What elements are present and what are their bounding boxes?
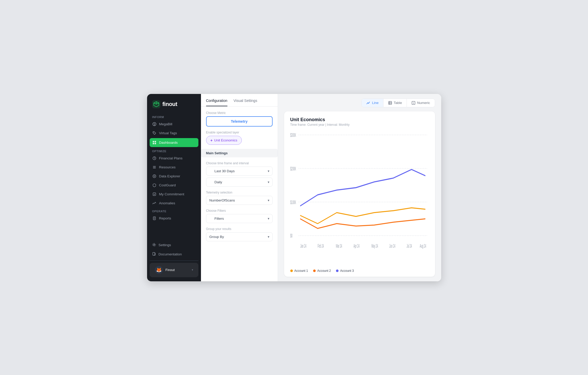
layer-button[interactable]: + Unit Economics xyxy=(206,136,242,145)
sidebar-item-resources[interactable]: Resources xyxy=(147,163,201,172)
avatar: 🦊 xyxy=(155,266,163,274)
tab-visual-settings[interactable]: Visual Settings xyxy=(234,99,257,106)
section-operate-label: Operate xyxy=(147,208,201,214)
sidebar: finout Inform $ MegaBill Virtual Tags Da… xyxy=(147,94,201,281)
settings-icon xyxy=(152,243,156,247)
svg-rect-17 xyxy=(153,252,155,255)
svg-point-13 xyxy=(154,176,155,177)
svg-rect-14 xyxy=(153,193,156,196)
clock-icon xyxy=(152,156,157,160)
sidebar-item-data-explorer[interactable]: Data Explorer xyxy=(147,172,201,181)
svg-rect-20 xyxy=(389,101,392,104)
filters-label: Choose Filters xyxy=(206,209,273,213)
view-btn-table[interactable]: Table xyxy=(383,99,407,107)
book-icon xyxy=(152,252,156,257)
sidebar-bottom: Settings Documentation 🦊 Finout ▾ xyxy=(147,241,201,281)
sidebar-item-label: Dashboards xyxy=(159,141,178,145)
legend-item-account2: Account 2 xyxy=(313,269,331,273)
svg-rect-9 xyxy=(153,166,156,167)
plus-icon: + xyxy=(210,138,213,142)
user-menu[interactable]: 🦊 Finout ▾ xyxy=(150,263,198,277)
sidebar-item-docs[interactable]: Documentation xyxy=(147,250,201,259)
sidebar-item-label: Resources xyxy=(159,165,176,169)
svg-point-16 xyxy=(153,244,155,245)
section-inform-label: Inform xyxy=(147,113,201,120)
app-container: finout Inform $ MegaBill Virtual Tags Da… xyxy=(147,94,441,281)
svg-text:Mar 24: Mar 24 xyxy=(336,243,342,248)
sidebar-item-megabill[interactable]: $ MegaBill xyxy=(147,120,201,129)
svg-rect-5 xyxy=(155,141,156,142)
timeframe-select[interactable]: Last 30 Days xyxy=(206,167,273,176)
choose-metric-section: Choose Metric Telemetry xyxy=(206,111,273,127)
legend-dot-account2 xyxy=(313,270,316,272)
sidebar-item-virtual-tags[interactable]: Virtual Tags xyxy=(147,129,201,138)
sidebar-item-my-commitment[interactable]: My Commitment xyxy=(147,190,201,199)
sidebar-item-settings[interactable]: Settings xyxy=(147,241,201,250)
svg-point-12 xyxy=(153,175,156,178)
sidebar-item-label: Reports xyxy=(159,216,171,220)
chart-area: $300K $200K $100K $0 Jan 24 Feb 24 xyxy=(290,130,429,264)
chart-subtitle: Time frame: Current year | Interval: Mon… xyxy=(290,123,429,127)
sidebar-item-label: CostGuard xyxy=(159,183,176,187)
sidebar-item-reports[interactable]: Reports xyxy=(147,214,201,223)
svg-text:Apr 24: Apr 24 xyxy=(353,243,359,248)
telemetry-select[interactable]: NumberOfScans xyxy=(206,196,273,205)
sidebar-item-financial-plans[interactable]: Financial Plans xyxy=(147,154,201,163)
commitment-icon xyxy=(152,192,157,196)
svg-text:$300K: $300K xyxy=(290,132,296,138)
chart-card: Unit Economics Time frame: Current year … xyxy=(284,111,435,277)
timeframe-section: Choose time frame and interval Last 30 D… xyxy=(206,161,273,187)
tab-configuration[interactable]: Configuration xyxy=(206,99,227,106)
svg-text:May 24: May 24 xyxy=(371,243,378,248)
shield-icon xyxy=(152,183,157,187)
timeframe-label: Choose time frame and interval xyxy=(206,161,273,165)
sidebar-item-dashboards[interactable]: Dashboards xyxy=(150,138,198,147)
svg-text:1: 1 xyxy=(413,102,414,104)
svg-text:$: $ xyxy=(153,123,155,126)
panel-layout: Configuration Visual Settings Choose Met… xyxy=(201,94,441,281)
filters-select-wrapper: Filters ▾ xyxy=(206,214,273,223)
layer-label: Enable specialized layer xyxy=(206,131,273,134)
group-by-section: Group your results Group By ▾ xyxy=(206,227,273,241)
filters-select[interactable]: Filters xyxy=(206,214,273,223)
view-btn-line[interactable]: Line xyxy=(362,99,383,107)
view-toggle: Line Table 1 xyxy=(361,99,435,107)
line-chart-icon xyxy=(366,101,370,105)
svg-text:Jan 24: Jan 24 xyxy=(300,243,306,248)
sidebar-item-label: Financial Plans xyxy=(159,156,183,160)
list-icon xyxy=(152,165,157,169)
legend-item-account1: Account 1 xyxy=(290,269,308,273)
view-btn-numeric[interactable]: 1 Numeric xyxy=(407,99,435,107)
layer-section: Enable specialized layer + Unit Economic… xyxy=(206,131,273,145)
svg-text:Jun 24: Jun 24 xyxy=(389,243,395,248)
legend-dot-account3 xyxy=(336,270,339,272)
logo: finout xyxy=(147,94,201,113)
interval-select[interactable]: Daily xyxy=(206,178,273,187)
svg-text:Aug 24: Aug 24 xyxy=(420,243,426,248)
svg-text:$200K: $200K xyxy=(290,166,296,171)
sidebar-item-label: MegaBill xyxy=(159,122,172,126)
user-name: Finout xyxy=(166,268,175,272)
group-by-select[interactable]: Group By xyxy=(206,232,273,241)
legend-item-account3: Account 3 xyxy=(336,269,354,273)
svg-rect-11 xyxy=(153,168,156,168)
reports-icon xyxy=(152,216,157,220)
chevron-down-icon: ▾ xyxy=(192,268,193,272)
telemetry-select-wrapper: NumberOfScans ▾ xyxy=(206,196,273,205)
sidebar-item-label: Data Explorer xyxy=(159,174,180,178)
config-tabs: Configuration Visual Settings xyxy=(201,94,278,107)
metric-button[interactable]: Telemetry xyxy=(206,116,273,127)
config-panel: Configuration Visual Settings Choose Met… xyxy=(201,94,278,281)
explore-icon xyxy=(152,174,157,178)
svg-text:Feb 24: Feb 24 xyxy=(317,243,324,248)
table-icon xyxy=(388,101,392,105)
chart-title: Unit Economics xyxy=(290,117,429,122)
anomalies-icon xyxy=(152,201,157,205)
telemetry-label: Telemetry selection xyxy=(206,191,273,194)
sidebar-item-anomalies[interactable]: Anomalies xyxy=(147,199,201,208)
sidebar-item-costguard[interactable]: CostGuard xyxy=(147,181,201,190)
svg-text:Jul 24: Jul 24 xyxy=(407,243,412,248)
tag-icon xyxy=(152,131,157,135)
svg-rect-7 xyxy=(155,143,156,144)
legend-dot-account1 xyxy=(290,270,293,272)
